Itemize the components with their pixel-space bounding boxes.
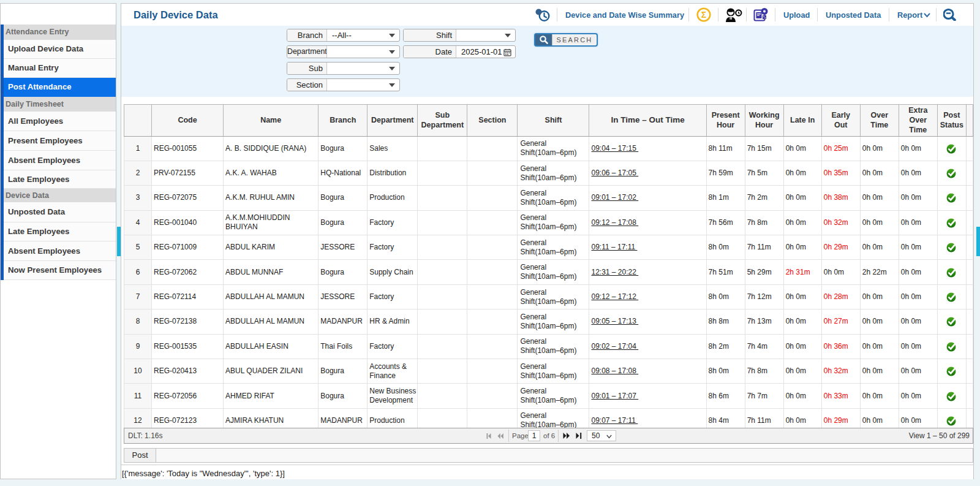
svg-text:Σ: Σ: [701, 10, 706, 20]
